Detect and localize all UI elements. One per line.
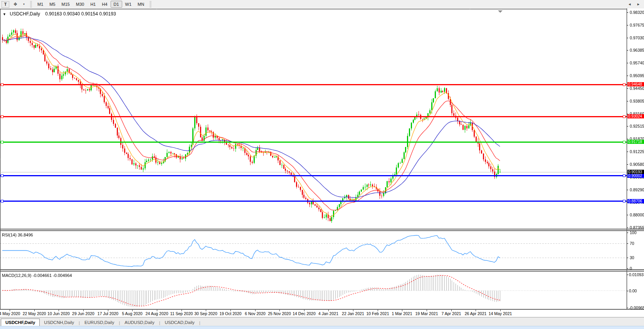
toolbar-grip <box>150 1 151 7</box>
date-label: 26 Apr 2021 <box>465 311 487 316</box>
rsi-axis-label: 0 <box>630 266 644 271</box>
date-label: 6 Nov 2020 <box>245 311 266 316</box>
date-label: 1 Mar 2021 <box>392 311 412 316</box>
symbol-label: USDCHF,Daily <box>10 11 40 17</box>
hline-handle[interactable] <box>623 83 626 86</box>
tab-eurusd-daily[interactable]: EURUSD,Daily <box>80 319 118 326</box>
ohlc-values: 0.90163 0.90340 0.90154 0.90193 <box>45 11 116 17</box>
timeframe-button-m30[interactable]: M30 <box>73 1 87 8</box>
symbol-tab-bar: USDCHF,DailyUSDCNH,Daily|EURUSD,Daily|AU… <box>0 317 644 326</box>
hline-handle[interactable] <box>1 174 3 177</box>
hline-price-tag: 0.91718 <box>627 140 644 144</box>
tab-usdchf-daily[interactable]: USDCHF,Daily <box>1 319 40 327</box>
macd-axis-label: 0.010933 <box>629 272 644 277</box>
price-axis-tick-label: 0.93805 <box>630 99 644 103</box>
hline-price-tag: 0.93024 <box>627 114 644 118</box>
date-label: 24 Aug 2020 <box>146 311 168 316</box>
price-axis-tick-label: 0.97675 <box>630 23 644 27</box>
price-axis-tick-label: 0.96385 <box>630 48 644 52</box>
hline-handle[interactable] <box>623 115 626 118</box>
chart-area: ▼ USDCHF,Daily 0.90163 0.90340 0.90154 0… <box>0 8 644 310</box>
rsi-axis-label: 70 <box>630 241 644 246</box>
hline-price-tag: 0.94648 <box>627 82 644 86</box>
symbol-header: ▼ USDCHF,Daily 0.90163 0.90340 0.90154 0… <box>3 11 116 17</box>
date-label: 22 May 2020 <box>23 311 46 316</box>
mt4-window: T ❖ ▾ M1M5M15M30H1H4D1W1MN ▼ USDCHF,Dail… <box>0 0 644 329</box>
tab-audusd-daily[interactable]: AUDUSD,Daily <box>120 319 158 326</box>
tab-scroll-left-icon[interactable]: ◄ <box>628 2 631 6</box>
rsi-axis-label: 100 <box>630 230 644 235</box>
hline-price-tag: 0.88706 <box>627 199 644 203</box>
price-axis-tick-label: 0.89290 <box>630 187 644 192</box>
timeframe-button-m5[interactable]: M5 <box>46 1 58 8</box>
date-label: 5 Aug 2020 <box>122 311 142 316</box>
date-label: 10 Jun 2020 <box>47 311 70 316</box>
tab-scroll-right-icon[interactable]: ► <box>637 2 640 6</box>
macd-axis-label: -0.009653 <box>629 305 644 310</box>
date-axis: 4 May 202022 May 202010 Jun 202029 Jun 2… <box>0 310 644 317</box>
timeframe-button-mn[interactable]: MN <box>135 1 147 8</box>
timeframe-button-d1[interactable]: D1 <box>111 1 122 8</box>
timeframe-button-w1[interactable]: W1 <box>122 1 135 8</box>
price-axis-tick-label: 0.95095 <box>630 73 644 78</box>
text-tool-button[interactable]: T <box>2 1 9 8</box>
date-label: 17 Jul 2020 <box>98 311 118 316</box>
price-chart-canvas[interactable] <box>0 8 644 310</box>
current-price-tag: 0.90193 <box>627 170 644 174</box>
date-label: 11 Sep 2020 <box>170 311 193 316</box>
timeframe-button-h1[interactable]: H1 <box>87 1 99 8</box>
date-label: 19 Oct 2020 <box>219 311 241 316</box>
timeframe-button-h4[interactable]: H4 <box>99 1 110 8</box>
hline-handle[interactable] <box>1 141 3 143</box>
date-label: 14 May 2021 <box>489 311 512 316</box>
macd-axis-label: 0.00 <box>629 289 644 293</box>
hline-handle[interactable] <box>1 83 3 86</box>
hline-handle[interactable] <box>1 115 3 118</box>
price-axis-tick-label: 0.91225 <box>630 149 644 154</box>
status-strip <box>0 326 644 329</box>
hline-price-tag: 0.90002 <box>627 174 644 178</box>
collapse-caret-icon[interactable]: ▼ <box>3 12 6 16</box>
date-label: 30 Sep 2020 <box>194 311 217 316</box>
date-label: 14 Dec 2020 <box>293 311 316 316</box>
tab-usdcnh-daily[interactable]: USDCNH,Daily <box>40 319 78 326</box>
arrows-tool-icon[interactable]: ❖ <box>12 1 19 8</box>
date-label: 4 Jan 2021 <box>318 311 338 316</box>
tab-scroll-arrows: ◄► <box>628 2 640 6</box>
toolbar-grip <box>30 1 32 7</box>
price-axis-tick-label: 0.97030 <box>630 35 644 40</box>
date-label: 4 May 2020 <box>0 311 20 316</box>
price-axis-tick-label: 0.94450 <box>630 86 644 91</box>
date-label: 19 Mar 2021 <box>415 311 438 316</box>
date-label: 7 Apr 2021 <box>442 311 461 316</box>
hline-handle[interactable] <box>623 174 626 177</box>
timeframe-buttons: M1M5M15M30H1H4D1W1MN <box>34 1 147 8</box>
macd-label: MACD(12,26,9) -0.004661 -0.004964 <box>2 273 72 278</box>
price-axis-tick-label: 0.98320 <box>630 10 644 15</box>
date-label: 25 Nov 2020 <box>268 311 291 316</box>
tab-separator: | <box>199 319 201 326</box>
price-axis-tick-label: 0.88000 <box>630 213 644 217</box>
tab-usdcad-daily[interactable]: USDCAD,Daily <box>161 319 199 326</box>
rsi-label: RSI(14) 36.8496 <box>2 233 33 237</box>
hline-handle[interactable] <box>623 141 626 143</box>
date-label: 10 Feb 2021 <box>367 311 389 316</box>
date-label: 22 Jan 2021 <box>342 311 364 316</box>
price-axis-tick-label: 0.92515 <box>630 124 644 128</box>
timeframe-button-m1[interactable]: M1 <box>34 1 46 8</box>
timeframe-button-m15[interactable]: M15 <box>59 1 73 8</box>
date-label: 29 Jun 2020 <box>72 311 94 316</box>
price-axis-tick-label: 0.90580 <box>630 162 644 167</box>
arrows-dropdown-caret-icon[interactable]: ▾ <box>20 1 27 8</box>
price-axis-tick-label: 0.87355 <box>630 225 644 230</box>
hline-handle[interactable] <box>623 200 626 202</box>
toolbar: T ❖ ▾ M1M5M15M30H1H4D1W1MN <box>0 0 644 9</box>
hline-handle[interactable] <box>1 200 3 202</box>
price-axis-tick-label: 0.95740 <box>630 61 644 65</box>
rsi-axis-label: 30 <box>630 255 644 260</box>
